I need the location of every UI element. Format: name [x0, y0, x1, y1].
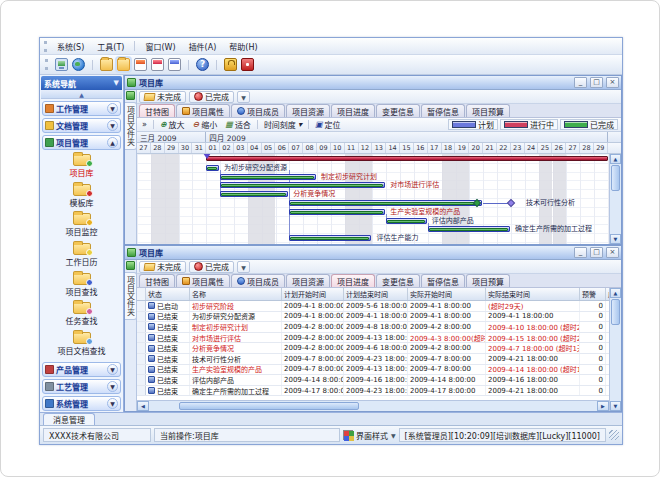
column-header-计划开始时间[interactable]: 计划开始时间 [282, 288, 344, 300]
gantt-summary-bar[interactable] [206, 156, 608, 161]
filter-tab-未完成[interactable]: 未完成 [139, 91, 186, 103]
group-toggle-icon[interactable]: ▼ [107, 120, 118, 131]
tab-message-management[interactable]: 消息管理 [43, 413, 95, 425]
filter-tab-已完成[interactable]: 已完成 [189, 261, 234, 273]
tab-项目成员[interactable]: 项目成员 [231, 104, 285, 117]
side-tab-project-folder[interactable]: 项目文件夹 [125, 102, 137, 150]
more-filters-icon[interactable]: ▼ [237, 91, 250, 103]
tab-项目预算[interactable]: 项目预算 [466, 274, 510, 287]
scroll-down-icon[interactable]: ▼ [610, 234, 621, 244]
sidebar-group-项目管理[interactable]: 项目管理▲ [42, 135, 121, 150]
tab-项目属性[interactable]: 项目属性 [176, 104, 230, 117]
column-header-计划结束时间[interactable]: 计划结束时间 [344, 288, 408, 300]
menu-item-1[interactable]: 工具(T) [91, 40, 130, 53]
tab-项目属性[interactable]: 项目属性 [176, 274, 230, 287]
table-row[interactable]: 已结束为初步研究分配资源2009-4-1 8:00:002009-4-1 18:… [137, 312, 609, 323]
group-toggle-icon[interactable]: ▲ [107, 137, 118, 148]
tab-项目进度[interactable]: 项目进度 [331, 104, 375, 117]
resize-grip[interactable] [609, 430, 619, 440]
tab-项目资源[interactable]: 项目资源 [286, 104, 330, 117]
gantt-window-titlebar[interactable]: 项目库 _ □ × [125, 76, 621, 90]
table-row[interactable]: 已启动初步研究阶段2009-4-1 8:00:002009-5-6 18:00:… [137, 301, 609, 312]
folder-icon[interactable] [100, 58, 113, 71]
ui-style-dropdown[interactable]: 界面样式 [356, 430, 388, 441]
column-header-状态[interactable]: 状态 [146, 288, 190, 300]
tab-暂停信息[interactable]: 暂停信息 [421, 104, 465, 117]
fit-button[interactable]: ▦适合 [223, 119, 253, 130]
menu-item-4[interactable]: 帮助(H) [223, 40, 263, 53]
table-horizontal-scrollbar[interactable]: ◀ ▶ [137, 400, 609, 411]
restore-icon[interactable]: □ [590, 77, 603, 88]
sidebar-item-项目文档查找[interactable]: 项目文档查找 [41, 332, 122, 356]
sidebar-item-项目监控[interactable]: 项目监控 [41, 213, 122, 237]
restore-icon[interactable]: □ [590, 247, 603, 258]
monitor-icon[interactable] [55, 58, 68, 71]
scroll-up-icon[interactable]: ▲ [610, 288, 621, 298]
tab-变更信息[interactable]: 变更信息 [376, 274, 420, 287]
minimize-icon[interactable]: _ [574, 77, 587, 88]
table-row[interactable]: 已结束评估内部产品2009-4-14 8:00:002009-4-16 18:0… [137, 375, 609, 386]
group-toggle-icon[interactable]: ▼ [107, 364, 118, 375]
lock-icon[interactable] [224, 58, 237, 71]
column-header-名称[interactable]: 名称 [190, 288, 282, 300]
table-row[interactable]: 已结束分析竞争情况2009-4-2 8:00:002009-4-6 18:00:… [137, 343, 609, 354]
sidebar-collapse-button[interactable]: ▲ [41, 90, 122, 99]
group-toggle-icon[interactable]: ▼ [107, 398, 118, 409]
zoom-in-button[interactable]: ⊕放大 [158, 119, 187, 130]
table-row[interactable]: 已结束生产实验室规模的产品2009-4-7 8:00:002009-4-13 1… [137, 365, 609, 376]
scroll-down-icon[interactable]: ▼ [610, 401, 621, 411]
more-filters-icon[interactable]: ▼ [237, 261, 250, 273]
minimize-icon[interactable]: _ [574, 247, 587, 258]
sidebar-item-工作日历[interactable]: 工作日历 [41, 243, 122, 267]
scroll-thumb[interactable] [611, 165, 620, 191]
scroll-thumb[interactable] [611, 299, 620, 325]
filter-tab-未完成[interactable]: 未完成 [139, 261, 186, 273]
toolbar-grip[interactable] [45, 59, 48, 70]
scroll-left-icon[interactable]: ◀ [137, 401, 149, 411]
scroll-thumb[interactable] [179, 402, 359, 410]
tab-甘特图[interactable]: 甘特图 [139, 104, 175, 117]
sidebar-item-任务查找[interactable]: 任务查找 [41, 302, 122, 326]
report-mail-icon[interactable] [134, 58, 147, 71]
table-row[interactable]: 已结束确定生产所需的加工过程2009-4-17 8:00:002009-4-23… [137, 386, 609, 397]
tab-项目成员[interactable]: 项目成员 [231, 274, 285, 287]
sidebar-group-文档管理[interactable]: 文档管理▼ [42, 118, 121, 133]
table-row[interactable]: 已结束技术可行性分析2009-4-7 8:00:002009-4-23 18:0… [137, 354, 609, 365]
sidebar-group-工艺管理[interactable]: 工艺管理▼ [42, 379, 121, 394]
sidebar-group-工作管理[interactable]: 工作管理▼ [42, 101, 121, 116]
group-toggle-icon[interactable]: ▼ [107, 103, 118, 114]
toolbar-overflow-button[interactable]: » [140, 120, 149, 129]
help-icon[interactable]: ? [196, 58, 209, 71]
menu-item-0[interactable]: 系统(S) [51, 40, 90, 53]
close-icon[interactable]: × [606, 77, 619, 88]
table-vertical-scrollbar[interactable]: ▲ ▼ [609, 288, 621, 411]
column-header-实际开始时间[interactable]: 实际开始时间 [408, 288, 486, 300]
sidebar-item-模板库[interactable]: 模板库 [41, 184, 122, 208]
tab-项目预算[interactable]: 项目预算 [466, 104, 510, 117]
filter-tab-已完成[interactable]: 已完成 [189, 91, 234, 103]
menu-item-2[interactable]: 窗口(W) [139, 40, 181, 53]
time-scale-dropdown[interactable]: 时间刻度▾ [262, 119, 304, 130]
tab-变更信息[interactable]: 变更信息 [376, 104, 420, 117]
group-toggle-icon[interactable]: ▼ [107, 381, 118, 392]
globe-icon[interactable] [72, 58, 85, 71]
menubar-grip[interactable] [44, 41, 47, 52]
folder-open-icon[interactable] [117, 58, 130, 71]
close-icon[interactable]: × [606, 247, 619, 258]
sidebar-menu-icon[interactable]: ▼ [114, 79, 119, 87]
table-window-titlebar[interactable]: 项目库 _ □ × [125, 246, 621, 260]
sidebar-group-产品管理[interactable]: 产品管理▼ [42, 362, 121, 377]
tab-项目资源[interactable]: 项目资源 [286, 274, 330, 287]
tab-甘特图[interactable]: 甘特图 [139, 274, 175, 287]
report-chart-icon[interactable] [151, 58, 164, 71]
exit-icon[interactable] [241, 58, 254, 71]
sidebar-item-项目查找[interactable]: 项目查找 [41, 273, 122, 297]
side-tab-project-folder[interactable]: 项目文件夹 [125, 272, 137, 320]
column-header-实际结束时间[interactable]: 实际结束时间 [486, 288, 580, 300]
column-header-预警[interactable]: 预警 [580, 288, 606, 300]
scroll-right-icon[interactable]: ▶ [597, 401, 609, 411]
report-doc-icon[interactable] [168, 58, 181, 71]
tab-项目进度[interactable]: 项目进度 [331, 274, 375, 287]
zoom-out-button[interactable]: ⊖缩小 [191, 119, 220, 130]
locate-button[interactable]: ▣定位 [313, 119, 343, 130]
